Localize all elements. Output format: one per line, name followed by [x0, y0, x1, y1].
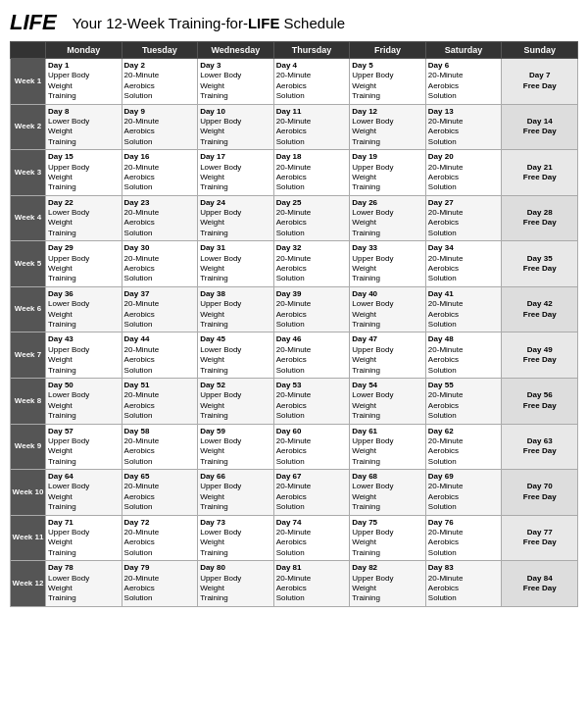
free-day-label: Free Day	[504, 492, 575, 502]
week-row: Week 12Day 78Lower BodyWeightTrainingDay…	[11, 561, 578, 607]
page-header: LIFE Your 12-Week Training-for-LIFE Sche…	[10, 10, 578, 35]
day-activity-line: Training	[200, 229, 271, 238]
week-label: Week 12	[11, 561, 46, 607]
day-cell: Day 1820-MinuteAerobicsSolution	[273, 150, 350, 196]
day-cell: Day 8320-MinuteAerobicsSolution	[425, 561, 502, 607]
day-activity-line: 20-Minute	[124, 482, 196, 491]
day-number: Day 1	[48, 61, 120, 71]
week-label: Week 1	[11, 59, 46, 105]
day-activity-line: Training	[352, 593, 423, 603]
day-activity-line: Weight	[200, 218, 271, 228]
week-label: Week 3	[11, 150, 46, 196]
day-cell: Day 4120-MinuteAerobicsSolution	[425, 286, 502, 332]
day-number: Day 47	[352, 334, 423, 344]
day-activity-line: Lower Body	[200, 528, 271, 537]
day-activity-line: 20-Minute	[124, 254, 196, 264]
week-label: Week 4	[11, 195, 46, 241]
day-cell: Day 80Upper BodyWeightTraining	[198, 561, 274, 607]
day-number: Day 57	[48, 427, 120, 436]
day-activity-line: Aerobics	[276, 173, 348, 182]
day-activity-line: Training	[200, 548, 271, 558]
day-activity-line: 20-Minute	[276, 528, 348, 537]
day-activity-line: Lower Body	[200, 254, 271, 264]
day-activity-line: Weight	[200, 310, 271, 320]
day-number: Day 59	[200, 427, 271, 436]
day-activity-line: Aerobics	[428, 218, 500, 228]
day-cell: Day 1620-MinuteAerobicsSolution	[122, 150, 198, 196]
day-number: Day 26	[352, 198, 423, 208]
day-activity-line: Upper Body	[352, 528, 423, 537]
day-activity-line: 20-Minute	[428, 163, 500, 173]
day-activity-line: Solution	[428, 182, 500, 192]
day-activity-line: Training	[48, 457, 120, 467]
day-activity-line: Weight	[352, 310, 423, 320]
day-activity-line: Weight	[48, 264, 120, 274]
day-activity-line: Solution	[124, 137, 196, 147]
day-cell: Day 21Free Day	[502, 150, 578, 196]
day-number: Day 52	[200, 381, 271, 390]
day-activity-line: Weight	[48, 127, 120, 136]
day-activity-line: 20-Minute	[124, 71, 196, 80]
day-activity-line: Training	[352, 274, 423, 283]
day-cell: Day 5520-MinuteAerobicsSolution	[425, 378, 502, 424]
day-cell: Day 7420-MinuteAerobicsSolution	[273, 515, 350, 561]
day-number: Day 53	[276, 381, 348, 390]
day-activity-line: Solution	[276, 274, 348, 283]
day-cell: Day 31Lower BodyWeightTraining	[198, 241, 274, 287]
day-activity-line: 20-Minute	[276, 436, 348, 446]
day-activity-line: 20-Minute	[276, 482, 348, 491]
day-activity-line: Weight	[200, 173, 271, 182]
day-activity-line: Training	[48, 411, 120, 421]
week-label: Week 8	[11, 378, 46, 424]
col-header-Wednesday: Wednesday	[198, 42, 274, 59]
day-cell: Day 4820-MinuteAerobicsSolution	[425, 332, 502, 379]
day-activity-line: Upper Body	[352, 71, 423, 80]
day-number: Day 33	[352, 243, 423, 253]
week-label: Week 2	[11, 104, 46, 150]
day-activity-line: Aerobics	[276, 81, 348, 91]
day-activity-line: Solution	[124, 229, 196, 238]
day-activity-line: 20-Minute	[124, 345, 196, 355]
day-number: Day 69	[428, 472, 500, 482]
day-activity-line: Upper Body	[200, 208, 271, 218]
day-activity-line: 20-Minute	[276, 163, 348, 173]
day-activity-line: Solution	[124, 182, 196, 192]
day-cell: Day 5820-MinuteAerobicsSolution	[122, 424, 198, 470]
day-number: Day 17	[200, 152, 271, 162]
day-number: Day 10	[200, 107, 271, 117]
week-label: Week 11	[11, 515, 46, 561]
day-cell: Day 56Free Day	[502, 378, 578, 424]
day-activity-line: Solution	[124, 320, 196, 330]
day-activity-line: Solution	[428, 320, 500, 330]
day-activity-line: Training	[48, 366, 120, 376]
day-activity-line: Solution	[428, 593, 500, 603]
day-activity-line: Upper Body	[48, 254, 120, 264]
day-number: Day 80	[200, 563, 271, 573]
day-cell: Day 66Upper BodyWeightTraining	[198, 470, 274, 516]
day-activity-line: Weight	[200, 81, 271, 91]
day-activity-line: Weight	[352, 492, 423, 502]
col-header-Tuesday: Tuesday	[122, 42, 198, 59]
day-cell: Day 40Lower BodyWeightTraining	[350, 286, 426, 332]
page-title: Your 12-Week Training-for-LIFE Schedule	[73, 15, 345, 31]
day-activity-line: Training	[48, 182, 120, 192]
day-activity-line: Weight	[352, 127, 423, 136]
day-activity-line: Aerobics	[428, 584, 500, 593]
day-cell: Day 3020-MinuteAerobicsSolution	[122, 241, 198, 287]
day-cell: Day 52Upper BodyWeightTraining	[198, 378, 274, 424]
week-row: Week 3Day 15Upper BodyWeightTrainingDay …	[11, 150, 578, 196]
day-number: Day 22	[48, 198, 120, 208]
day-activity-line: Upper Body	[352, 345, 423, 355]
week-row: Week 5Day 29Upper BodyWeightTrainingDay …	[11, 241, 578, 287]
day-activity-line: Solution	[428, 229, 500, 238]
day-activity-line: Training	[200, 182, 271, 192]
day-activity-line: Weight	[48, 492, 120, 502]
day-activity-line: Training	[352, 457, 423, 467]
col-header-Friday: Friday	[350, 42, 426, 59]
day-number: Day 39	[276, 289, 348, 299]
day-activity-line: Training	[200, 320, 271, 330]
day-cell: Day 43Upper BodyWeightTraining	[46, 332, 122, 379]
day-activity-line: Weight	[352, 81, 423, 91]
day-activity-line: Training	[352, 182, 423, 192]
day-number: Day 45	[200, 334, 271, 344]
